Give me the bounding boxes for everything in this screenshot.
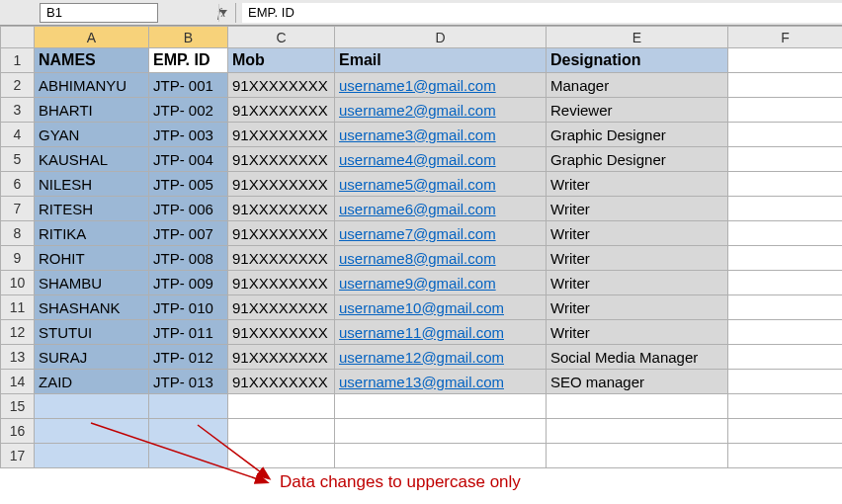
col-header-E[interactable]: E [547, 27, 728, 48]
cell-name[interactable]: BHARTI [35, 98, 149, 123]
cell-empid[interactable]: JTP- 003 [149, 123, 228, 147]
col-header-B[interactable]: B [149, 27, 228, 48]
email-link[interactable]: username4@gmail.com [339, 151, 496, 168]
cell-name[interactable]: STUTUI [35, 320, 149, 345]
row-header[interactable]: 16 [1, 419, 35, 444]
cell-E1[interactable]: Designation [547, 48, 728, 73]
cell-empty-sel[interactable] [149, 419, 228, 444]
select-all-corner[interactable] [1, 27, 35, 48]
email-link[interactable]: username1@gmail.com [339, 77, 496, 94]
spreadsheet[interactable]: A B C D E F 1 NAMES EMP. ID Mob Email De… [0, 26, 842, 468]
name-box-wrap[interactable] [40, 3, 158, 23]
cell-empty[interactable] [228, 444, 335, 468]
cell-F1[interactable] [728, 48, 843, 73]
cell-D1[interactable]: Email [335, 48, 547, 73]
cell-email[interactable]: username11@gmail.com [335, 320, 547, 345]
col-header-A[interactable]: A [35, 27, 149, 48]
cell-empty[interactable] [228, 419, 335, 444]
cell-empty[interactable] [728, 246, 843, 271]
cell-empty[interactable] [547, 444, 728, 468]
cell-empty-sel[interactable] [149, 444, 228, 468]
cell-name[interactable]: ABHIMANYU [35, 73, 149, 98]
cell-designation[interactable]: Writer [547, 246, 728, 271]
cell-email[interactable]: username1@gmail.com [335, 73, 547, 98]
cell-mob[interactable]: 91XXXXXXXX [228, 221, 335, 246]
cell-B1-active[interactable]: EMP. ID [149, 48, 228, 73]
cell-empid[interactable]: JTP- 001 [149, 73, 228, 98]
row-header[interactable]: 6 [1, 172, 35, 197]
cell-mob[interactable]: 91XXXXXXXX [228, 345, 335, 370]
cell-email[interactable]: username9@gmail.com [335, 271, 547, 295]
cell-empty[interactable] [728, 98, 843, 123]
cell-empty[interactable] [228, 394, 335, 419]
cell-empid[interactable]: JTP- 008 [149, 246, 228, 271]
cell-email[interactable]: username6@gmail.com [335, 197, 547, 221]
cell-empty[interactable] [728, 147, 843, 172]
cell-empty[interactable] [335, 419, 547, 444]
cell-email[interactable]: username8@gmail.com [335, 246, 547, 271]
cell-designation[interactable]: Manager [547, 73, 728, 98]
cell-empty[interactable] [547, 394, 728, 419]
email-link[interactable]: username7@gmail.com [339, 225, 496, 242]
cell-name[interactable]: NILESH [35, 172, 149, 197]
cell-mob[interactable]: 91XXXXXXXX [228, 370, 335, 394]
email-link[interactable]: username8@gmail.com [339, 250, 496, 267]
cell-empty[interactable] [728, 295, 843, 320]
cell-empty[interactable] [728, 172, 843, 197]
row-header[interactable]: 15 [1, 394, 35, 419]
cell-email[interactable]: username4@gmail.com [335, 147, 547, 172]
cell-empty[interactable] [728, 271, 843, 295]
col-header-C[interactable]: C [228, 27, 335, 48]
row-header[interactable]: 12 [1, 320, 35, 345]
row-header[interactable]: 4 [1, 123, 35, 147]
cell-empty-sel[interactable] [35, 444, 149, 468]
email-link[interactable]: username9@gmail.com [339, 275, 496, 292]
row-header[interactable]: 9 [1, 246, 35, 271]
cell-email[interactable]: username10@gmail.com [335, 295, 547, 320]
namebox-dropdown-icon[interactable] [218, 4, 227, 22]
cell-empty[interactable] [728, 123, 843, 147]
cell-mob[interactable]: 91XXXXXXXX [228, 172, 335, 197]
cell-email[interactable]: username13@gmail.com [335, 370, 547, 394]
row-header[interactable]: 7 [1, 197, 35, 221]
cell-empid[interactable]: JTP- 011 [149, 320, 228, 345]
cell-empty[interactable] [335, 444, 547, 468]
cell-mob[interactable]: 91XXXXXXXX [228, 98, 335, 123]
cell-empid[interactable]: JTP- 012 [149, 345, 228, 370]
cell-empty-sel[interactable] [35, 419, 149, 444]
cell-mob[interactable]: 91XXXXXXXX [228, 147, 335, 172]
cell-empty-sel[interactable] [35, 394, 149, 419]
row-header[interactable]: 8 [1, 221, 35, 246]
cell-mob[interactable]: 91XXXXXXXX [228, 320, 335, 345]
cell-name[interactable]: RITESH [35, 197, 149, 221]
row-header[interactable]: 13 [1, 345, 35, 370]
cell-name[interactable]: RITIKA [35, 221, 149, 246]
cell-empty[interactable] [728, 444, 843, 468]
cell-designation[interactable]: Writer [547, 221, 728, 246]
cell-empid[interactable]: JTP- 005 [149, 172, 228, 197]
cell-mob[interactable]: 91XXXXXXXX [228, 73, 335, 98]
cell-designation[interactable]: Writer [547, 172, 728, 197]
cell-name[interactable]: SHASHANK [35, 295, 149, 320]
cell-empty[interactable] [728, 345, 843, 370]
cell-designation[interactable]: Reviewer [547, 98, 728, 123]
row-header[interactable]: 1 [1, 48, 35, 73]
cell-C1[interactable]: Mob [228, 48, 335, 73]
cell-email[interactable]: username5@gmail.com [335, 172, 547, 197]
cell-designation[interactable]: Graphic Designer [547, 147, 728, 172]
cell-empty[interactable] [728, 370, 843, 394]
cell-empid[interactable]: JTP- 002 [149, 98, 228, 123]
cell-designation[interactable]: Writer [547, 197, 728, 221]
row-header[interactable]: 10 [1, 271, 35, 295]
cell-empid[interactable]: JTP- 006 [149, 197, 228, 221]
cell-designation[interactable]: Writer [547, 320, 728, 345]
cell-name[interactable]: ROHIT [35, 246, 149, 271]
email-link[interactable]: username13@gmail.com [339, 374, 504, 390]
cell-designation[interactable]: SEO manager [547, 370, 728, 394]
cell-name[interactable]: SURAJ [35, 345, 149, 370]
name-box[interactable] [41, 5, 218, 20]
cell-empty[interactable] [547, 419, 728, 444]
cell-mob[interactable]: 91XXXXXXXX [228, 271, 335, 295]
email-link[interactable]: username3@gmail.com [339, 126, 496, 143]
cell-designation[interactable]: Social Media Manager [547, 345, 728, 370]
